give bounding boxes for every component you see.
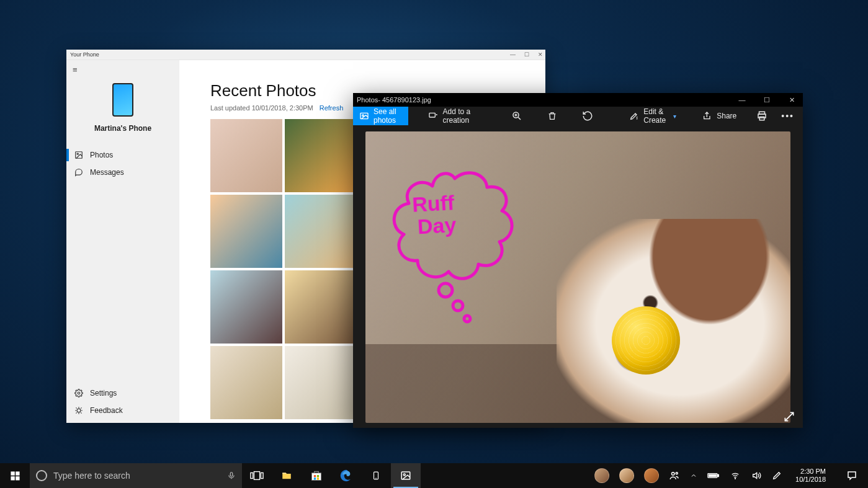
svg-rect-17: [16, 476, 19, 480]
start-button[interactable]: [0, 463, 30, 488]
taskbar-search[interactable]: Type here to search: [30, 463, 242, 488]
photo-thumbnail[interactable]: [285, 270, 357, 344]
svg-rect-25: [314, 477, 316, 479]
svg-rect-14: [11, 471, 14, 475]
your-phone-sidebar: ≡ Martina's Phone Photos Messages: [66, 60, 179, 423]
svg-rect-15: [16, 471, 19, 475]
taskbar: Type here to search: [0, 463, 868, 488]
share-button[interactable]: Share: [696, 107, 743, 125]
svg-rect-33: [718, 474, 719, 476]
svg-point-11: [439, 283, 452, 297]
maximize-button[interactable]: ☐: [524, 51, 529, 58]
photos-viewer-title: Photos- 4567890123.jpg: [357, 96, 431, 104]
svg-rect-23: [314, 475, 316, 477]
svg-point-13: [464, 316, 470, 322]
sidebar-item-label: Feedback: [90, 406, 123, 415]
svg-point-30: [672, 472, 675, 476]
print-icon[interactable]: [756, 110, 767, 122]
see-all-photos-label: See all photos: [374, 107, 402, 125]
people-avatar[interactable]: [619, 468, 634, 483]
phone-name-label: Martina's Phone: [66, 124, 179, 133]
close-button[interactable]: ✕: [538, 51, 543, 58]
task-view-button[interactable]: [242, 463, 272, 488]
add-to-creation-button[interactable]: Add to a creation: [422, 107, 484, 125]
tray-chevron-icon[interactable]: [690, 472, 697, 479]
svg-point-1: [77, 153, 78, 154]
svg-rect-34: [709, 474, 717, 476]
phone-illustration: [112, 83, 133, 117]
photo-thumbnail[interactable]: [285, 195, 357, 268]
add-to-creation-label: Add to a creation: [442, 107, 478, 125]
gear-icon: [74, 388, 84, 398]
svg-point-5: [362, 115, 364, 117]
sidebar-item-feedback[interactable]: Feedback: [66, 402, 179, 419]
photo-thumbnail[interactable]: [210, 270, 282, 344]
your-phone-title: Your Phone: [69, 51, 99, 58]
microsoft-store-button[interactable]: [302, 463, 331, 488]
wifi-icon[interactable]: [730, 471, 741, 480]
sidebar-item-photos[interactable]: Photos: [66, 146, 179, 164]
svg-rect-20: [254, 472, 259, 480]
zoom-icon[interactable]: [511, 110, 522, 122]
ink-thought-bubble: [387, 166, 523, 327]
photo-thumbnail[interactable]: [210, 195, 282, 268]
close-button[interactable]: ✕: [784, 96, 799, 104]
edit-icon: [629, 111, 639, 121]
photo-thumbnail[interactable]: [285, 346, 357, 419]
people-avatar[interactable]: [594, 468, 609, 483]
ink-workspace-icon[interactable]: [772, 470, 782, 481]
share-label: Share: [717, 112, 736, 120]
photos-taskbar-button[interactable]: [391, 463, 421, 488]
chevron-down-icon: ▾: [673, 113, 676, 120]
photo-canvas[interactable]: Ruff Day: [365, 131, 790, 423]
more-icon[interactable]: •••: [781, 111, 794, 121]
add-creation-icon: [428, 111, 438, 121]
action-center-button[interactable]: [839, 470, 864, 481]
hamburger-icon[interactable]: ≡: [66, 65, 179, 74]
cortana-icon: [36, 470, 47, 481]
fullscreen-icon[interactable]: [783, 410, 795, 423]
your-phone-taskbar-button[interactable]: [361, 463, 391, 488]
svg-rect-26: [317, 477, 319, 479]
battery-icon[interactable]: [707, 472, 720, 479]
photo-thumbnail[interactable]: [210, 346, 282, 419]
maximize-button[interactable]: ☐: [759, 96, 774, 104]
edge-browser-button[interactable]: [331, 463, 361, 488]
mic-icon[interactable]: [227, 470, 236, 481]
photo-thumbnail[interactable]: [210, 119, 282, 192]
people-icon[interactable]: [669, 470, 680, 481]
refresh-link[interactable]: Refresh: [320, 104, 344, 112]
minimize-button[interactable]: —: [510, 51, 516, 58]
minimize-button[interactable]: —: [735, 96, 749, 104]
edit-create-button[interactable]: Edit & Create ▾: [623, 107, 682, 125]
see-all-photos-button[interactable]: See all photos: [353, 107, 408, 125]
svg-point-31: [676, 472, 678, 474]
svg-rect-19: [251, 472, 253, 478]
sidebar-item-settings[interactable]: Settings: [66, 384, 179, 402]
photo-thumbnail[interactable]: [285, 119, 357, 192]
people-avatar[interactable]: [644, 468, 659, 483]
feedback-icon: [74, 406, 84, 415]
file-explorer-button[interactable]: [272, 463, 302, 488]
share-icon: [702, 111, 712, 121]
picture-icon: [359, 111, 369, 121]
search-placeholder: Type here to search: [53, 471, 130, 481]
your-phone-titlebar[interactable]: Your Phone — ☐ ✕: [66, 50, 545, 60]
edit-create-label: Edit & Create: [643, 107, 668, 125]
delete-icon[interactable]: [547, 110, 557, 122]
taskbar-clock[interactable]: 2:30 PM 10/1/2018: [792, 468, 830, 484]
svg-point-3: [77, 409, 81, 412]
rotate-icon[interactable]: [582, 110, 593, 122]
volume-icon[interactable]: [751, 471, 762, 481]
svg-rect-6: [429, 113, 435, 117]
svg-rect-24: [317, 475, 319, 477]
clock-time: 2:30 PM: [795, 468, 826, 476]
photos-viewer-titlebar[interactable]: Photos- 4567890123.jpg — ☐ ✕: [353, 93, 803, 107]
photos-viewer-toolbar: See all photos Add to a creation Edit & …: [353, 107, 803, 125]
svg-rect-16: [11, 476, 14, 480]
svg-point-12: [453, 301, 463, 311]
sidebar-item-label: Photos: [90, 151, 113, 159]
svg-point-29: [403, 474, 405, 476]
svg-point-2: [78, 392, 80, 394]
sidebar-item-messages[interactable]: Messages: [66, 164, 179, 181]
